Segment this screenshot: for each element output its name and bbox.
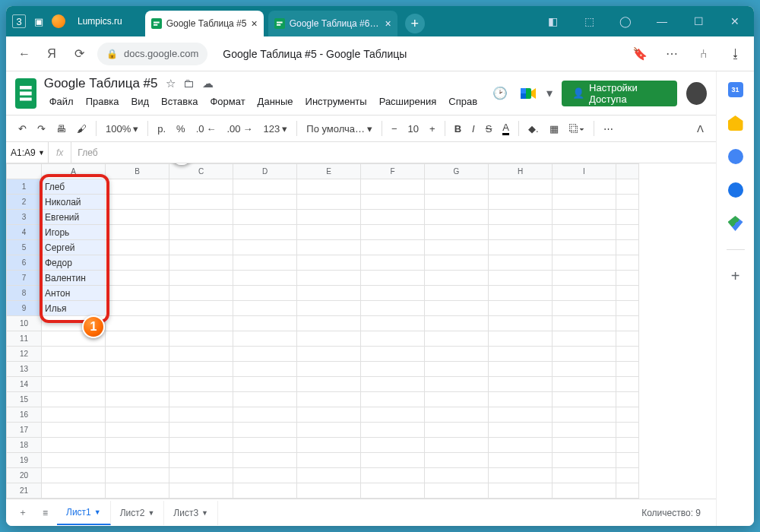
cell[interactable] [297, 468, 361, 483]
row-header[interactable]: 5 [7, 240, 42, 255]
strike-button[interactable]: S [481, 120, 497, 138]
font-size-inc[interactable]: + [425, 120, 440, 138]
cell[interactable] [553, 362, 616, 377]
cell[interactable] [425, 377, 489, 392]
row-header[interactable]: 14 [7, 377, 42, 392]
cell[interactable] [489, 468, 553, 483]
cell[interactable] [425, 331, 489, 347]
cell[interactable] [233, 392, 297, 407]
cell[interactable] [169, 438, 233, 453]
cell[interactable] [42, 347, 106, 362]
extensions-icon[interactable]: ⑃ [695, 45, 713, 63]
menu-item[interactable]: Файл [44, 93, 79, 110]
panel-icon[interactable]: ▣ [32, 14, 46, 28]
cell[interactable] [169, 301, 233, 316]
cell[interactable] [106, 255, 169, 271]
row-header[interactable]: 16 [7, 407, 42, 423]
cell[interactable] [169, 195, 233, 210]
cell[interactable] [425, 362, 489, 377]
cell[interactable] [425, 240, 489, 255]
cell[interactable] [106, 240, 169, 255]
bookmark-icon[interactable]: 🔖 [631, 45, 649, 63]
cell[interactable] [233, 286, 297, 301]
cell[interactable] [297, 179, 361, 195]
cell[interactable] [169, 453, 233, 468]
borders-button[interactable]: ▦ [545, 120, 563, 138]
add-on-button[interactable]: + [728, 268, 743, 283]
cell[interactable] [233, 423, 297, 438]
cell[interactable] [297, 407, 361, 423]
cell[interactable] [553, 301, 616, 316]
cell[interactable]: Николай [42, 195, 106, 210]
contacts-icon[interactable] [728, 182, 743, 198]
cell[interactable] [106, 286, 169, 301]
row-header[interactable]: 6 [7, 255, 42, 271]
cell[interactable] [297, 423, 361, 438]
cell[interactable] [169, 331, 233, 347]
cell[interactable] [106, 377, 169, 392]
meet-icon[interactable] [518, 83, 537, 104]
cell[interactable] [553, 331, 616, 347]
cell[interactable] [553, 377, 616, 392]
cell[interactable] [169, 225, 233, 240]
cell[interactable] [233, 225, 297, 240]
cell[interactable] [42, 392, 106, 407]
collapse-toolbar-button[interactable]: ᐱ [692, 120, 708, 138]
cell[interactable] [425, 347, 489, 362]
column-header[interactable]: B [106, 164, 169, 179]
cell[interactable]: Антон [42, 286, 106, 301]
cell[interactable] [553, 347, 616, 362]
cell[interactable] [425, 453, 489, 468]
font-size-field[interactable]: 10 [404, 120, 423, 138]
cell[interactable] [233, 347, 297, 362]
address-field[interactable]: 🔒 docs.google.com [97, 43, 207, 65]
print-button[interactable]: 🖶 [52, 120, 71, 138]
cell[interactable] [106, 225, 169, 240]
cell[interactable] [106, 438, 169, 453]
cell[interactable]: Валентин [42, 271, 106, 286]
cell[interactable] [106, 301, 169, 316]
row-header[interactable]: 10 [7, 316, 42, 331]
column-header[interactable]: G [425, 164, 489, 179]
cell[interactable] [169, 377, 233, 392]
italic-button[interactable]: I [467, 120, 480, 138]
cell[interactable] [233, 438, 297, 453]
cell[interactable] [425, 286, 489, 301]
cell[interactable] [489, 407, 553, 423]
cell[interactable] [553, 483, 616, 499]
menu-item[interactable]: Расширения [374, 93, 442, 110]
cell[interactable] [233, 377, 297, 392]
cell[interactable] [553, 316, 616, 331]
cell[interactable] [489, 271, 553, 286]
cell[interactable] [553, 453, 616, 468]
row-header[interactable]: 11 [7, 331, 42, 347]
row-header[interactable]: 20 [7, 468, 42, 483]
cell[interactable] [169, 362, 233, 377]
text-color-button[interactable]: A [498, 119, 514, 138]
cell[interactable] [361, 195, 425, 210]
cell[interactable] [297, 210, 361, 225]
cell[interactable] [361, 438, 425, 453]
home-icon[interactable]: 3 [12, 14, 26, 28]
star-icon[interactable]: ☆ [166, 77, 176, 90]
cell[interactable] [233, 240, 297, 255]
cell[interactable] [169, 255, 233, 271]
undo-button[interactable]: ↶ [14, 120, 31, 138]
paint-format-button[interactable]: 🖌 [72, 120, 91, 138]
sheet-tab[interactable]: Лист1▼ [57, 501, 111, 525]
cell[interactable] [361, 468, 425, 483]
cell[interactable] [425, 438, 489, 453]
cell[interactable] [169, 347, 233, 362]
cell[interactable] [553, 423, 616, 438]
fill-color-button[interactable]: ◆. [524, 120, 543, 138]
cell[interactable] [106, 453, 169, 468]
cell[interactable] [169, 423, 233, 438]
name-box[interactable]: A1:A9 ▼ [6, 142, 49, 163]
cell[interactable] [425, 316, 489, 331]
menu-item[interactable]: Вставка [156, 93, 203, 110]
back-button[interactable]: ← [15, 45, 33, 63]
cell[interactable] [169, 407, 233, 423]
cell[interactable] [297, 301, 361, 316]
percent-button[interactable]: % [172, 120, 190, 138]
cell[interactable] [361, 407, 425, 423]
